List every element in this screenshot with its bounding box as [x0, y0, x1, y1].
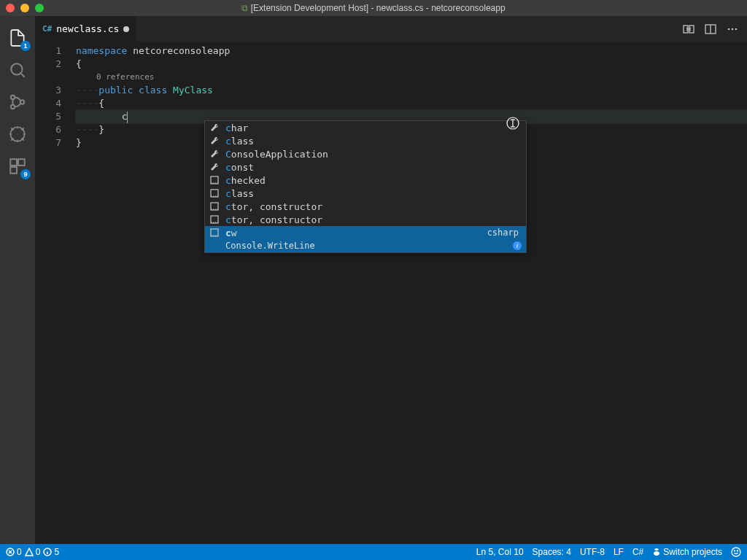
wrench-icon: [209, 122, 220, 133]
suggest-item[interactable]: checked: [205, 174, 526, 187]
status-info[interactable]: 5: [43, 547, 59, 557]
suggest-widget[interactable]: charclassConsoleApplicationconstcheckedc…: [204, 120, 527, 253]
activity-bar: 1 9: [0, 16, 35, 544]
svg-rect-7: [18, 159, 25, 166]
snippet-icon: [209, 228, 220, 238]
svg-point-13: [728, 28, 730, 30]
status-indentation[interactable]: Spaces: 4: [533, 547, 571, 557]
svg-point-36: [732, 548, 740, 556]
search-icon[interactable]: [0, 54, 35, 86]
status-encoding[interactable]: UTF-8: [580, 547, 605, 557]
close-window-button[interactable]: [6, 4, 15, 12]
window-title: ⧉ [Extension Development Host] - newclas…: [0, 3, 747, 13]
suggest-item[interactable]: ConsoleApplication: [205, 147, 526, 160]
snippet-icon: [209, 214, 220, 225]
titlebar: ⧉ [Extension Development Host] - newclas…: [0, 0, 747, 16]
snippet-icon: [209, 175, 220, 185]
info-icon[interactable]: i: [513, 241, 522, 250]
debug-icon[interactable]: [0, 118, 35, 150]
status-feedback-icon[interactable]: [731, 547, 741, 557]
explorer-badge: 1: [20, 41, 31, 51]
svg-point-14: [732, 28, 734, 30]
split-editor-icon[interactable]: [705, 23, 716, 35]
suggest-item[interactable]: class: [205, 187, 526, 200]
suggest-item[interactable]: const: [205, 160, 526, 174]
status-language[interactable]: C#: [632, 547, 643, 557]
more-actions-icon[interactable]: [727, 23, 738, 35]
wrench-icon: [209, 136, 220, 146]
source-control-icon[interactable]: [0, 86, 35, 118]
svg-point-38: [737, 551, 738, 551]
snippet-icon: [209, 201, 220, 211]
wrench-icon: [209, 162, 220, 172]
status-errors[interactable]: 0: [6, 547, 22, 557]
suggest-item[interactable]: ctor, constructor: [205, 213, 526, 226]
svg-point-4: [20, 100, 24, 104]
tab-newclass[interactable]: C# newclass.cs: [35, 16, 136, 42]
svg-point-0: [11, 63, 22, 74]
dirty-indicator-icon: [123, 26, 129, 32]
status-cursor-position[interactable]: Ln 5, Col 10: [476, 547, 524, 557]
extensions-badge: 9: [20, 169, 31, 179]
svg-point-37: [734, 551, 735, 551]
csharp-file-icon: C#: [42, 24, 52, 34]
svg-point-15: [735, 28, 738, 30]
suggest-item[interactable]: char: [205, 121, 526, 134]
maximize-window-button[interactable]: [35, 4, 44, 12]
svg-rect-8: [10, 167, 17, 174]
svg-point-3: [11, 105, 15, 109]
snippet-icon: [209, 188, 220, 198]
suggest-item[interactable]: class: [205, 134, 526, 147]
suggest-item[interactable]: ctor, constructor: [205, 200, 526, 213]
suggest-item[interactable]: cwcsharp: [205, 226, 526, 239]
svg-rect-6: [10, 159, 17, 166]
minimize-window-button[interactable]: [20, 4, 29, 12]
tab-label: newclass.cs: [56, 23, 119, 34]
wrench-icon: [209, 149, 220, 159]
editor-area: C# newclass.cs 1 2 3: [35, 16, 747, 544]
line-gutter: 1 2 3 4 5 6 7: [35, 42, 76, 544]
status-warnings[interactable]: 0: [25, 547, 41, 557]
code-editor[interactable]: 1 2 3 4 5 6 7 namespace netcoreconsoleap…: [35, 42, 747, 544]
svg-line-1: [21, 74, 25, 77]
text-cursor-icon: [127, 112, 128, 123]
compare-changes-icon[interactable]: [683, 23, 694, 35]
suggest-detail: Console.WriteLinei: [205, 239, 526, 252]
status-bar: 0 0 5 Ln 5, Col 10 Spaces: 4 UTF-8 LF C#…: [0, 544, 747, 560]
status-eol[interactable]: LF: [614, 547, 624, 557]
vscode-icon: ⧉: [241, 3, 248, 13]
explorer-icon[interactable]: 1: [0, 22, 35, 54]
extensions-icon[interactable]: 9: [0, 150, 35, 182]
window-controls: [6, 4, 44, 12]
editor-tabs: C# newclass.cs: [35, 16, 747, 42]
svg-point-2: [11, 96, 15, 99]
codelens-references[interactable]: 0 references: [76, 71, 747, 84]
status-switch-projects[interactable]: Switch projects: [652, 547, 722, 557]
